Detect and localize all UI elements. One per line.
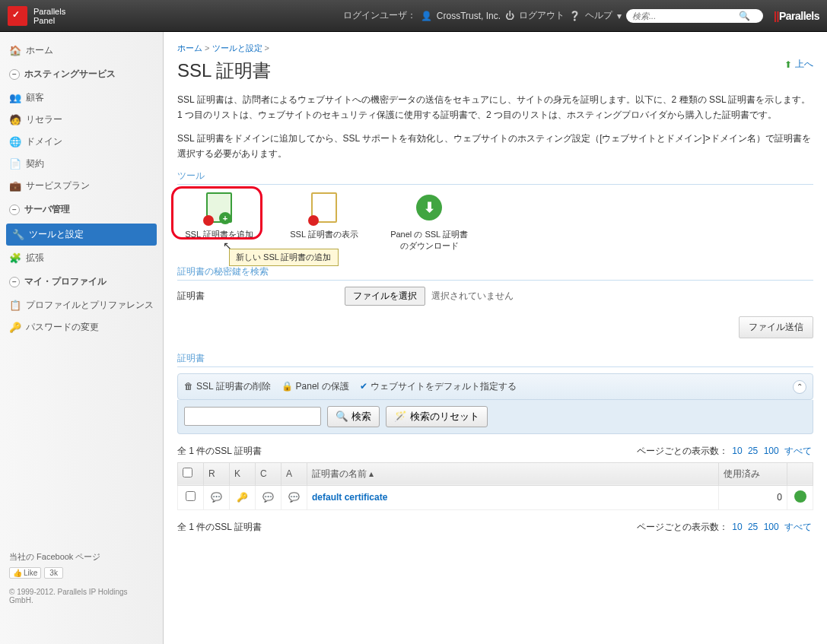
cert-c-icon: 💬 [262,492,274,503]
up-link[interactable]: ⬆上へ [784,58,813,71]
sidebar-resellers[interactable]: 🧑リセラー [0,109,163,131]
breadcrumb: ホーム > ツールと設定 > [177,43,813,54]
add-cert-icon: + [202,191,236,224]
password-icon: 🔑 [9,322,21,334]
tools-row: + SSL 証明書を追加 ↖ 新しい SSL 証明書の追加 SSL 証明書の表示… [177,191,813,252]
cert-search-input[interactable] [184,407,321,426]
per-page-all-b[interactable]: すべて [784,522,812,532]
status-ok-icon [794,490,806,503]
search-button[interactable]: 🔍検索 [327,406,380,427]
fb-like-button[interactable]: 👍Like [9,567,41,579]
per-page-links: ページごとの表示数： 10 25 100 すべて [637,445,813,458]
cert-a-icon: 💬 [288,492,300,503]
page-title: SSL 証明書 [177,59,813,83]
tool-view-cert[interactable]: SSL 証明書の表示 [282,191,366,252]
tools-icon: 🔧 [12,229,24,241]
per-page-10-b[interactable]: 10 [732,522,742,532]
home-icon: 🏠 [9,45,21,57]
help-link[interactable]: ヘルプ [585,9,612,22]
sidebar-subscriptions[interactable]: 📄契約 [0,153,163,175]
resellers-icon: 🧑 [9,114,21,126]
per-page-links-bottom: ページごとの表示数： 10 25 100 すべて [637,521,813,534]
sidebar-profile-prefs[interactable]: 📋プロファイルとプリファレンス [0,294,163,316]
sidebar-service-plans[interactable]: 💼サービスプラン [0,175,163,197]
cert-file-row: 証明書 ファイルを選択 選択されていません [177,287,813,306]
logout-link[interactable]: ログアウト [519,9,565,22]
search-icon[interactable]: 🔍 [739,11,750,21]
sidebar-footer: 当社の Facebook ページ 👍Like 3k © 1999-2012. P… [0,551,163,604]
certs-toolbar: 🗑SSL 証明書の削除 🔒Panel の保護 ✔ウェブサイトをデフォルト指定する… [177,373,813,400]
logo-area[interactable]: Parallels Panel [8,6,167,26]
sidebar-home-label: ホーム [26,44,53,57]
sidebar-profile-section[interactable]: −マイ・プロファイル [0,269,163,294]
help-dropdown-icon[interactable]: ▾ [617,11,622,21]
profile-icon: 📋 [9,300,21,312]
cert-file-label: 証明書 [177,290,345,303]
file-send-button[interactable]: ファイル送信 [739,316,813,338]
sidebar-hosting-section[interactable]: −ホスティングサービス [0,62,163,87]
panel-protect-link[interactable]: 🔒Panel の保護 [281,380,349,393]
description-2: SSL 証明書をドメインに追加してから、SSL サポートを有効化し、ウェブサイト… [177,131,813,162]
default-site-link[interactable]: ✔ウェブサイトをデフォルト指定する [360,380,517,393]
logo-text: Parallels Panel [33,7,65,25]
row-checkbox-cell[interactable] [178,485,204,509]
facebook-like[interactable]: 👍Like 3k [9,567,154,579]
search-box[interactable]: 🔍 [626,9,763,23]
per-page-100-b[interactable]: 100 [764,522,779,532]
description-1: SSL 証明書は、訪問者によるウェブサイトへの機密データの送信をセキュアにし、サ… [177,92,813,123]
sidebar-change-password[interactable]: 🔑パスワードの変更 [0,316,163,338]
search-row: 🔍検索 🪄検索のリセット [177,400,813,434]
certs-section-label: 証明書 [177,352,813,367]
sort-asc-icon: ▴ [369,468,374,479]
collapse-icon[interactable]: − [9,205,20,215]
key-icon: 🔑 [237,492,248,503]
col-checkbox[interactable] [178,462,204,485]
select-all-checkbox[interactable] [183,468,192,477]
user-name[interactable]: CrossTrust, Inc. [437,11,501,21]
cert-name-link[interactable]: default certificate [312,492,387,503]
per-page-all[interactable]: すべて [784,446,812,456]
col-c[interactable]: C [256,462,281,485]
breadcrumb-tools[interactable]: ツールと設定 [212,43,262,52]
file-select-button[interactable]: ファイルを選択 [345,287,425,306]
service-plans-icon: 💼 [9,180,21,192]
collapse-icon[interactable]: − [9,69,20,80]
sidebar: 🏠ホーム −ホスティングサービス 👥顧客 🧑リセラー 🌐ドメイン 📄契約 💼サー… [0,32,164,644]
per-page-100[interactable]: 100 [764,446,779,456]
total-count: 全 1 件のSSL 証明書 [177,445,262,458]
tool-download-cert[interactable]: ⬇ Panel の SSL 証明書のダウンロード [387,191,471,252]
sidebar-home[interactable]: 🏠ホーム [0,40,163,62]
logout-icon: ⏻ [505,11,514,21]
per-page-25-b[interactable]: 25 [748,522,758,532]
tool-view-label: SSL 証明書の表示 [282,229,366,240]
tool-add-cert[interactable]: + SSL 証明書を追加 [177,191,261,252]
row-checkbox[interactable] [186,491,196,501]
col-name[interactable]: 証明書の名前 ▴ [307,462,719,485]
toolbar-collapse[interactable]: ⌃ [793,380,806,394]
breadcrumb-home[interactable]: ホーム [177,43,202,52]
col-a[interactable]: A [281,462,307,485]
col-used[interactable]: 使用済み [719,462,787,485]
row-r: 💬 [204,485,230,509]
per-page-25[interactable]: 25 [748,446,758,456]
sidebar-server-section[interactable]: −サーバ管理 [0,197,163,222]
login-label: ログインユーザ： [343,9,416,22]
reset-search-button[interactable]: 🪄検索のリセット [386,406,488,427]
col-r[interactable]: R [204,462,230,485]
collapse-icon[interactable]: − [9,277,20,287]
col-status [787,462,813,485]
row-status [787,485,813,509]
per-page-10[interactable]: 10 [732,446,742,456]
col-k[interactable]: K [230,462,256,485]
row-name[interactable]: default certificate [307,485,719,509]
sidebar-extensions[interactable]: 🧩拡張 [0,247,163,269]
search-input[interactable] [632,11,739,21]
sidebar-domains[interactable]: 🌐ドメイン [0,131,163,153]
sidebar-customers[interactable]: 👥顧客 [0,87,163,109]
cert-r-icon: 💬 [211,492,222,503]
count-row-top: 全 1 件のSSL 証明書 ページごとの表示数： 10 25 100 すべて [177,445,813,458]
sidebar-tools-settings[interactable]: 🔧ツールと設定 [6,224,157,246]
subscriptions-icon: 📄 [9,158,21,170]
row-used: 0 [719,485,787,509]
delete-cert-link[interactable]: 🗑SSL 証明書の削除 [184,380,271,393]
